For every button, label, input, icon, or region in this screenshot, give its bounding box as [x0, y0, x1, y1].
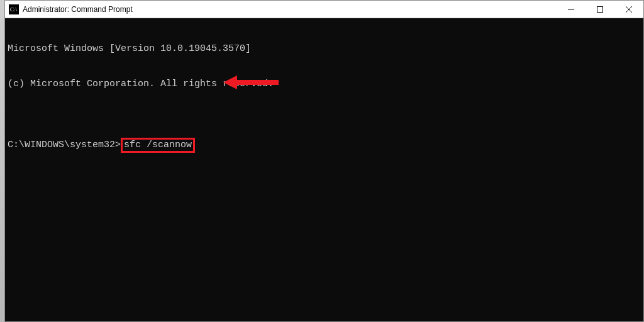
window-title: Administrator: Command Prompt	[23, 5, 557, 14]
titlebar[interactable]: C:\ Administrator: Command Prompt	[5, 1, 643, 18]
console-output-line: Microsoft Windows [Version 10.0.19045.35…	[8, 43, 641, 55]
console-prompt-line: C:\WINDOWS\system32>sfc /scannow	[8, 138, 641, 153]
typed-command: sfc /scannow	[124, 140, 192, 150]
desktop-sliver	[0, 0, 4, 322]
window-controls	[557, 1, 643, 18]
minimize-button[interactable]	[557, 1, 586, 18]
svg-rect-3	[597, 6, 603, 12]
close-button[interactable]	[614, 1, 643, 18]
console-area[interactable]: Microsoft Windows [Version 10.0.19045.35…	[5, 18, 643, 321]
svg-text:C:\: C:\	[10, 6, 18, 13]
maximize-button[interactable]	[586, 1, 614, 18]
command-prompt-window: C:\ Administrator: Command Prompt Micros…	[4, 0, 644, 322]
console-output-line: (c) Microsoft Corporation. All rights re…	[8, 79, 641, 91]
prompt-prefix: C:\WINDOWS\system32>	[8, 140, 121, 152]
cmd-icon: C:\	[9, 4, 19, 14]
command-highlight-box: sfc /scannow	[121, 138, 195, 153]
